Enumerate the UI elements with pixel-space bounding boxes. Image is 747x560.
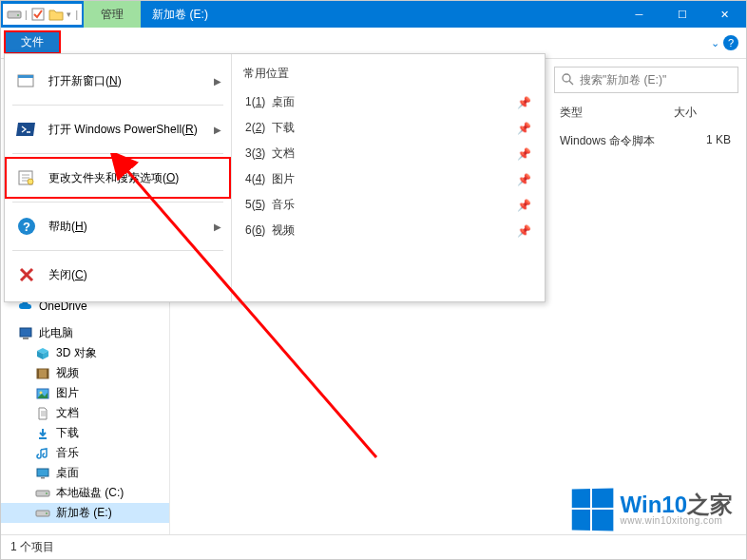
column-type[interactable]: 类型 bbox=[560, 105, 674, 121]
svg-point-1 bbox=[17, 14, 19, 16]
close-icon bbox=[14, 262, 39, 287]
drive-icon bbox=[7, 7, 22, 22]
svg-rect-0 bbox=[8, 11, 21, 18]
submenu-arrow-icon: ▶ bbox=[214, 76, 221, 87]
options-icon bbox=[14, 165, 39, 190]
watermark: Win10之家 www.win10xitong.com bbox=[571, 489, 733, 531]
frequent-places-header: 常用位置 bbox=[241, 62, 535, 89]
file-row[interactable]: Windows 命令脚本 1 KB bbox=[554, 129, 738, 153]
maximize-button[interactable]: ☐ bbox=[661, 1, 703, 28]
file-menu-button[interactable]: 文件 bbox=[4, 30, 61, 54]
pin-icon[interactable]: 📌 bbox=[517, 199, 531, 212]
tree-item-pictures[interactable]: 图片 bbox=[1, 383, 169, 403]
ribbon-context-tab[interactable]: 管理 bbox=[84, 1, 141, 28]
music-icon bbox=[35, 446, 50, 461]
file-menu-dropdown: 打开新窗口(N) ▶ 打开 Windows PowerShell(R) ▶ 更改… bbox=[4, 53, 546, 302]
tree-item-drive-c[interactable]: 本地磁盘 (C:) bbox=[1, 483, 169, 503]
tree-label: 视频 bbox=[56, 365, 79, 381]
pin-icon[interactable]: 📌 bbox=[517, 96, 531, 109]
pinned-item[interactable]: 2(2) 下载📌 bbox=[241, 115, 535, 141]
tree-item-desktop[interactable]: 桌面 bbox=[1, 463, 169, 483]
tree-label: 文档 bbox=[56, 405, 79, 421]
downloads-icon bbox=[35, 426, 50, 441]
menu-label: 打开新窗口(N) bbox=[48, 73, 122, 89]
pinned-label: 5(5) 音乐 bbox=[245, 197, 295, 213]
tree-item-this-pc[interactable]: 此电脑 bbox=[1, 323, 169, 343]
tree-item-downloads[interactable]: 下载 bbox=[1, 423, 169, 443]
pin-icon[interactable]: 📌 bbox=[517, 173, 531, 186]
tree-item-documents[interactable]: 文档 bbox=[1, 403, 169, 423]
ribbon-expand-icon[interactable]: ⌄ bbox=[711, 37, 719, 49]
menu-close[interactable]: 关闭(C) bbox=[5, 254, 231, 296]
cube-icon bbox=[35, 346, 50, 361]
submenu-arrow-icon: ▶ bbox=[214, 125, 221, 135]
quick-access-toolbar: | ▾ | bbox=[3, 4, 82, 25]
pin-icon[interactable]: 📌 bbox=[517, 122, 531, 135]
svg-point-28 bbox=[28, 179, 33, 184]
checkbox-icon[interactable] bbox=[30, 7, 46, 22]
menu-label: 更改文件夹和搜索选项(O) bbox=[48, 170, 179, 186]
svg-point-20 bbox=[563, 74, 570, 82]
menu-folder-options[interactable]: 更改文件夹和搜索选项(O) bbox=[5, 157, 231, 199]
windows-logo-icon bbox=[571, 488, 613, 531]
desktop-icon bbox=[35, 466, 50, 481]
tree-label: 此电脑 bbox=[39, 325, 73, 341]
column-size[interactable]: 大小 bbox=[674, 105, 731, 121]
tree-item-3d[interactable]: 3D 对象 bbox=[1, 343, 169, 363]
pinned-label: 3(3) 文档 bbox=[245, 145, 295, 162]
powershell-icon bbox=[14, 117, 39, 142]
pin-icon[interactable]: 📌 bbox=[517, 224, 531, 238]
pinned-item[interactable]: 6(6) 视频📌 bbox=[241, 218, 535, 243]
tree-label: 图片 bbox=[56, 385, 79, 401]
svg-rect-15 bbox=[41, 477, 45, 479]
drive-icon bbox=[35, 486, 50, 501]
pinned-item[interactable]: 3(3) 文档📌 bbox=[241, 141, 535, 166]
menu-label: 关闭(C) bbox=[48, 267, 87, 283]
submenu-arrow-icon: ▶ bbox=[214, 222, 221, 232]
qat-dropdown-icon[interactable]: ▾ bbox=[67, 10, 71, 19]
pictures-icon bbox=[35, 386, 50, 401]
video-icon bbox=[35, 366, 50, 381]
menu-new-window[interactable]: 打开新窗口(N) ▶ bbox=[5, 60, 231, 102]
svg-rect-23 bbox=[18, 75, 33, 78]
folder-icon[interactable] bbox=[48, 7, 64, 22]
status-bar: 1 个项目 bbox=[1, 534, 746, 559]
svg-text:?: ? bbox=[23, 220, 30, 234]
new-window-icon bbox=[14, 68, 39, 93]
svg-point-19 bbox=[46, 512, 48, 514]
menu-powershell[interactable]: 打开 Windows PowerShell(R) ▶ bbox=[5, 108, 231, 150]
tree-item-music[interactable]: 音乐 bbox=[1, 443, 169, 463]
svg-rect-14 bbox=[37, 469, 48, 476]
svg-point-17 bbox=[46, 492, 48, 494]
close-button[interactable]: ✕ bbox=[703, 1, 746, 28]
file-size-cell: 1 KB bbox=[674, 133, 731, 149]
titlebar: | ▾ | 管理 新加卷 (E:) ─ ☐ ✕ bbox=[1, 1, 746, 28]
tree-item-drive-e[interactable]: 新加卷 (E:) bbox=[1, 503, 169, 523]
svg-rect-7 bbox=[47, 369, 48, 378]
item-count: 1 个项目 bbox=[10, 539, 54, 555]
search-placeholder: 搜索"新加卷 (E:)" bbox=[580, 72, 666, 88]
pinned-item[interactable]: 5(5) 音乐📌 bbox=[241, 192, 535, 218]
pin-icon[interactable]: 📌 bbox=[517, 147, 531, 161]
drive-icon bbox=[35, 506, 50, 521]
column-headers[interactable]: 类型 大小 bbox=[554, 93, 738, 129]
tree-item-video[interactable]: 视频 bbox=[1, 363, 169, 383]
pinned-item[interactable]: 4(4) 图片📌 bbox=[241, 166, 535, 192]
tree-label: 下载 bbox=[56, 425, 79, 441]
menu-label: 打开 Windows PowerShell(R) bbox=[48, 122, 198, 138]
search-input[interactable]: 搜索"新加卷 (E:)" bbox=[554, 67, 738, 93]
pinned-label: 1(1) 桌面 bbox=[245, 94, 295, 110]
pinned-label: 6(6) 视频 bbox=[245, 222, 295, 239]
tree-label: 音乐 bbox=[56, 445, 79, 461]
help-icon[interactable]: ? bbox=[723, 35, 738, 50]
computer-icon bbox=[18, 326, 33, 341]
svg-point-9 bbox=[40, 391, 43, 394]
menu-help[interactable]: ? 帮助(H) ▶ bbox=[5, 205, 231, 247]
file-type-cell: Windows 命令脚本 bbox=[560, 133, 674, 149]
pinned-item[interactable]: 1(1) 桌面📌 bbox=[241, 89, 535, 115]
minimize-button[interactable]: ─ bbox=[618, 1, 661, 28]
tree-label: 新加卷 (E:) bbox=[56, 505, 112, 521]
watermark-title: Win10之家 bbox=[621, 493, 733, 516]
svg-rect-6 bbox=[37, 369, 39, 378]
menu-label: 帮助(H) bbox=[48, 219, 87, 235]
